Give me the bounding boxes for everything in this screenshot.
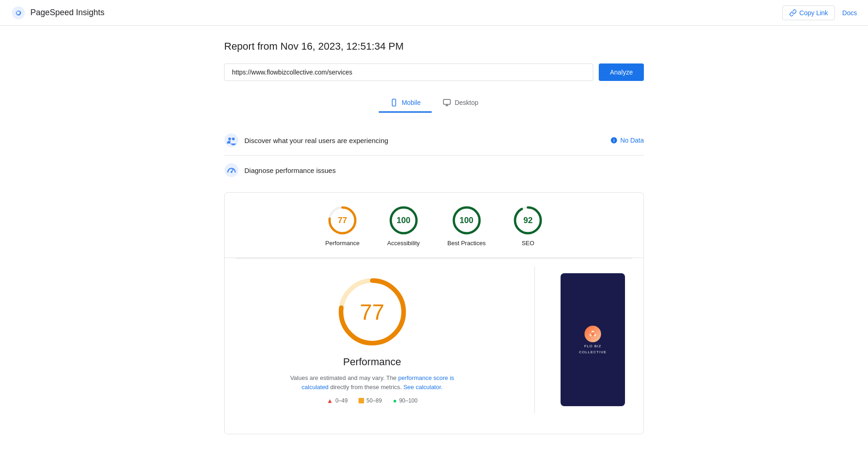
score-item-best-practices[interactable]: 100 Best Practices [447,206,486,247]
scores-card: 77 Performance 100 Accessibility [224,192,644,434]
real-users-text: Discover what your real users are experi… [244,137,388,144]
desktop-icon [443,98,451,107]
range-average-label: 50–89 [366,397,382,404]
no-data-link[interactable]: No Data [610,137,644,144]
big-performance-title: Performance [343,356,401,368]
section-divider [534,266,535,414]
performance-score-label: Performance [325,240,359,247]
header-right: Copy Link Docs [782,6,857,20]
svg-rect-4 [443,99,450,104]
device-tabs: Mobile Desktop [224,94,644,113]
svg-point-1 [17,11,20,14]
range-good-label: 90–100 [399,397,417,404]
desc-text: Values are estimated and may vary. The [290,374,398,381]
seo-score-label: SEO [521,240,534,247]
best-practices-score-label: Best Practices [447,240,486,247]
big-performance-circle: 77 [336,275,409,349]
range-average: 50–89 [359,397,382,404]
svg-point-10 [225,163,238,177]
svg-point-7 [225,133,238,147]
url-input[interactable] [224,63,593,81]
score-ranges: ▲ 0–49 50–89 ● 90–100 [327,397,417,404]
real-users-left: Discover what your real users are experi… [224,133,388,148]
accessibility-score-value: 100 [397,216,411,225]
score-item-accessibility[interactable]: 100 Accessibility [387,206,420,247]
svg-point-8 [228,138,231,140]
site-name-text2: COLLECTIVE [579,350,607,354]
tab-desktop-label: Desktop [455,99,478,106]
big-score-left: 77 Performance Values are estimated and … [236,266,509,414]
site-logo-icon [584,326,601,342]
seo-circle: 92 [513,206,543,235]
big-score-section: 77 Performance Values are estimated and … [236,258,632,421]
url-row: Analyze [224,63,644,81]
app-header: PageSpeed Insights Copy Link Docs [0,0,868,26]
fail-triangle-icon: ▲ [327,397,333,404]
copy-link-button[interactable]: Copy Link [782,6,835,20]
people-icon [224,133,239,148]
tab-mobile-label: Mobile [402,99,421,106]
average-square-icon [359,398,364,403]
best-practices-circle: 100 [452,206,481,235]
accessibility-score-label: Accessibility [387,240,420,247]
site-name-text: FLO BIZ [584,344,601,348]
app-title: PageSpeed Insights [30,8,104,17]
best-practices-score-value: 100 [460,216,474,225]
range-good: ● 90–100 [393,397,418,404]
svg-point-9 [232,138,235,140]
copy-link-label: Copy Link [799,9,828,17]
diagnose-left: Diagnose performance issues [224,163,336,178]
header-left: PageSpeed Insights [11,6,104,20]
range-fail-label: 0–49 [336,397,348,404]
big-performance-value: 77 [360,299,384,325]
real-users-row: Discover what your real users are experi… [224,126,644,155]
tab-mobile[interactable]: Mobile [379,94,432,113]
desc-mid: directly from these metrics. [329,384,404,391]
performance-score-value: 77 [338,216,347,225]
svg-point-12 [231,171,232,173]
big-performance-desc: Values are estimated and may vary. The p… [289,374,455,391]
good-circle-icon: ● [393,397,397,404]
score-item-seo[interactable]: 92 SEO [513,206,543,247]
report-date: Report from Nov 16, 2023, 12:51:34 PM [224,40,644,52]
seo-score-value: 92 [523,216,532,225]
flower-icon [587,328,598,339]
no-data-label: No Data [620,137,644,144]
scores-row: 77 Performance 100 Accessibility [236,206,632,247]
tab-desktop[interactable]: Desktop [432,94,489,113]
diagnose-text: Diagnose performance issues [244,167,336,174]
info-icon [610,137,618,144]
svg-point-26 [591,332,595,336]
main-content: Report from Nov 16, 2023, 12:51:34 PM An… [213,26,655,449]
calculator-link[interactable]: See calculator. [403,384,442,391]
docs-button[interactable]: Docs [842,9,857,17]
range-fail: ▲ 0–49 [327,397,348,404]
diagnose-row: Diagnose performance issues [224,155,644,185]
accessibility-circle: 100 [389,206,418,235]
screenshot-panel: FLO BIZ COLLECTIVE [561,273,625,406]
analyze-button[interactable]: Analyze [599,63,644,81]
gauge-icon [224,163,239,178]
performance-circle: 77 [328,206,357,235]
score-item-performance[interactable]: 77 Performance [325,206,359,247]
screenshot-logo: FLO BIZ COLLECTIVE [579,326,607,354]
link-icon [789,9,797,17]
psi-logo-icon [11,6,26,20]
mobile-icon [390,98,398,107]
